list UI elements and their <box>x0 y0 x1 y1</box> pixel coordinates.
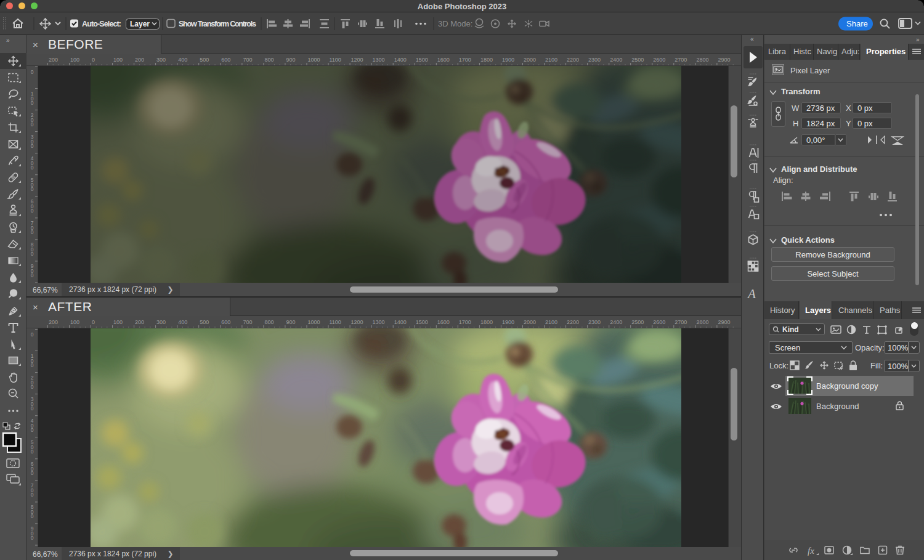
svg-text:«: « <box>750 36 754 43</box>
svg-text:1100: 1100 <box>330 319 341 325</box>
svg-text:0: 0 <box>92 319 95 325</box>
svg-text:2100: 2100 <box>545 319 557 325</box>
svg-text:Show Transform Controls: Show Transform Controls <box>179 20 256 28</box>
svg-text:200: 200 <box>49 57 58 63</box>
svg-text:0: 0 <box>31 384 34 390</box>
svg-text:»: » <box>6 37 10 44</box>
svg-text:0: 0 <box>31 143 34 149</box>
svg-text:0: 0 <box>31 272 34 278</box>
svg-text:1000: 1000 <box>308 319 320 325</box>
svg-text:100: 100 <box>113 319 123 325</box>
svg-text:300: 300 <box>156 57 166 63</box>
svg-text:1600: 1600 <box>437 319 450 325</box>
svg-text:500: 500 <box>200 57 209 63</box>
svg-text:1300: 1300 <box>373 319 385 325</box>
svg-text:2700: 2700 <box>675 57 687 63</box>
svg-text:2800: 2800 <box>696 57 708 63</box>
svg-text:100: 100 <box>113 57 123 63</box>
svg-text:fx: fx <box>808 546 814 556</box>
svg-text:2600: 2600 <box>653 319 665 325</box>
svg-text:2400: 2400 <box>610 57 622 63</box>
svg-text:2500: 2500 <box>631 57 644 63</box>
svg-text:2700: 2700 <box>675 319 687 325</box>
svg-text:2000: 2000 <box>524 57 536 63</box>
svg-text:0: 0 <box>31 69 34 75</box>
svg-text:0: 0 <box>31 229 34 235</box>
svg-text:800: 800 <box>264 319 274 325</box>
svg-text:Layer: Layer <box>130 20 150 28</box>
svg-text:0: 0 <box>31 100 34 106</box>
svg-text:2500: 2500 <box>631 319 644 325</box>
svg-text:0: 0 <box>31 448 34 455</box>
svg-text:1700: 1700 <box>459 319 471 325</box>
svg-text:1900: 1900 <box>502 319 514 325</box>
svg-text:Share: Share <box>846 19 868 28</box>
svg-text:900: 900 <box>286 319 295 325</box>
svg-text:2900: 2900 <box>718 57 730 63</box>
svg-text:0: 0 <box>92 57 95 63</box>
svg-text:300: 300 <box>156 319 166 325</box>
svg-text:2000: 2000 <box>524 319 536 325</box>
svg-text:2900: 2900 <box>718 319 730 325</box>
svg-text:0: 0 <box>31 470 34 476</box>
svg-text:1400: 1400 <box>394 57 407 63</box>
svg-text:0: 0 <box>31 362 34 368</box>
svg-text:600: 600 <box>221 57 230 63</box>
svg-text:700: 700 <box>243 319 252 325</box>
svg-text:0: 0 <box>31 251 34 257</box>
svg-text:2300: 2300 <box>588 57 601 63</box>
svg-text:1500: 1500 <box>416 319 428 325</box>
svg-text:900: 900 <box>286 57 295 63</box>
svg-text:2300: 2300 <box>588 319 601 325</box>
svg-text:2200: 2200 <box>567 319 579 325</box>
svg-text:2200: 2200 <box>567 57 579 63</box>
svg-text:100: 100 <box>70 57 79 63</box>
svg-text:0: 0 <box>31 513 34 519</box>
svg-text:200: 200 <box>135 57 144 63</box>
svg-text:0: 0 <box>31 405 34 412</box>
svg-text:1300: 1300 <box>373 57 385 63</box>
svg-text:2800: 2800 <box>696 319 708 325</box>
svg-text:700: 700 <box>243 57 252 63</box>
svg-text:0: 0 <box>31 535 34 541</box>
svg-text:0: 0 <box>31 427 34 433</box>
svg-text:200: 200 <box>49 319 58 325</box>
svg-text:1800: 1800 <box>480 319 493 325</box>
svg-text:2100: 2100 <box>545 57 557 63</box>
svg-text:0: 0 <box>31 492 34 498</box>
svg-text:Auto-Select:: Auto-Select: <box>82 20 121 28</box>
svg-text:0: 0 <box>31 331 34 338</box>
svg-text:2400: 2400 <box>610 319 622 325</box>
svg-text:400: 400 <box>178 319 187 325</box>
svg-text:800: 800 <box>264 57 274 63</box>
svg-text:1700: 1700 <box>459 57 471 63</box>
svg-text:3D Mode:: 3D Mode: <box>438 19 472 28</box>
svg-text:1100: 1100 <box>330 57 341 63</box>
svg-text:200: 200 <box>135 319 144 325</box>
svg-text:1600: 1600 <box>437 57 450 63</box>
svg-text:0: 0 <box>31 164 34 171</box>
svg-text:500: 500 <box>200 319 209 325</box>
svg-text:1000: 1000 <box>308 57 320 63</box>
svg-text:1200: 1200 <box>351 57 363 63</box>
svg-text:1500: 1500 <box>416 57 428 63</box>
svg-text:1900: 1900 <box>502 57 514 63</box>
svg-text:400: 400 <box>178 57 187 63</box>
svg-text:A: A <box>747 286 756 301</box>
svg-text:0: 0 <box>31 186 34 192</box>
svg-text:0: 0 <box>31 121 34 128</box>
svg-text:1200: 1200 <box>351 319 363 325</box>
svg-text:100: 100 <box>70 319 79 325</box>
svg-text:1800: 1800 <box>480 57 493 63</box>
svg-text:Kind: Kind <box>782 325 799 334</box>
svg-text:600: 600 <box>221 319 230 325</box>
svg-text:0: 0 <box>31 208 34 214</box>
svg-text:2600: 2600 <box>653 57 665 63</box>
svg-text:1400: 1400 <box>394 319 407 325</box>
